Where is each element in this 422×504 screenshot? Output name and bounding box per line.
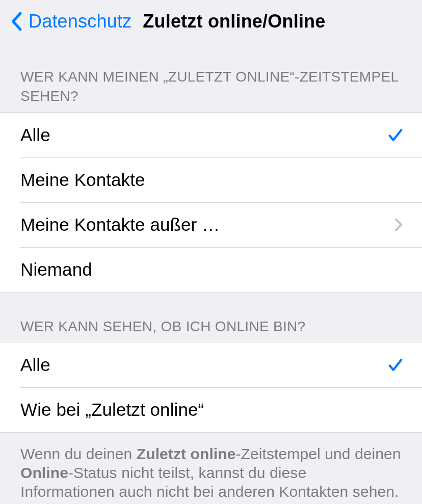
checkmark-icon <box>386 126 405 144</box>
option-label: Meine Kontakte außer … <box>20 215 220 235</box>
option-meine-kontakte[interactable]: Meine Kontakte <box>0 157 422 202</box>
section2-header: WER KANN SEHEN, OB ICH ONLINE BIN? <box>0 293 422 342</box>
option-wie-bei-zuletzt-online[interactable]: Wie bei „Zuletzt online“ <box>0 387 422 432</box>
footer-description: Wenn du deinen Zuletzt online-Zeitstempe… <box>0 433 422 504</box>
option-label: Wie bei „Zuletzt online“ <box>20 400 204 420</box>
footer-bold-online: Online <box>20 464 68 481</box>
page-title: Zuletzt online/Online <box>143 11 325 32</box>
footer-text-part: -Status nicht teilst, kannst du diese In… <box>20 464 399 500</box>
option-alle[interactable]: Alle <box>0 113 422 157</box>
section1-list: Alle Meine Kontakte Meine Kontakte außer… <box>0 112 422 293</box>
option-online-alle[interactable]: Alle <box>0 342 422 387</box>
option-label: Meine Kontakte <box>20 170 145 190</box>
footer-text-part: -Zeitstempel und deinen <box>236 445 401 462</box>
chevron-right-icon <box>392 216 405 233</box>
back-chevron-icon[interactable] <box>7 10 25 33</box>
section2-list: Alle Wie bei „Zuletzt online“ <box>0 342 422 433</box>
option-label: Niemand <box>20 259 92 280</box>
option-label: Alle <box>20 125 50 145</box>
footer-text-part: Wenn du deinen <box>20 445 137 462</box>
section1-header: WER KANN MEINEN „ZULETZT ONLINE“-ZEITSTE… <box>0 43 422 112</box>
nav-header: Datenschutz Zuletzt online/Online <box>0 0 422 43</box>
checkmark-icon <box>386 356 405 374</box>
option-label: Alle <box>20 355 50 375</box>
option-meine-kontakte-ausser[interactable]: Meine Kontakte außer … <box>0 202 422 247</box>
footer-bold-zuletzt-online: Zuletzt online <box>137 445 236 462</box>
option-niemand[interactable]: Niemand <box>0 247 422 292</box>
back-button-label[interactable]: Datenschutz <box>29 11 131 32</box>
